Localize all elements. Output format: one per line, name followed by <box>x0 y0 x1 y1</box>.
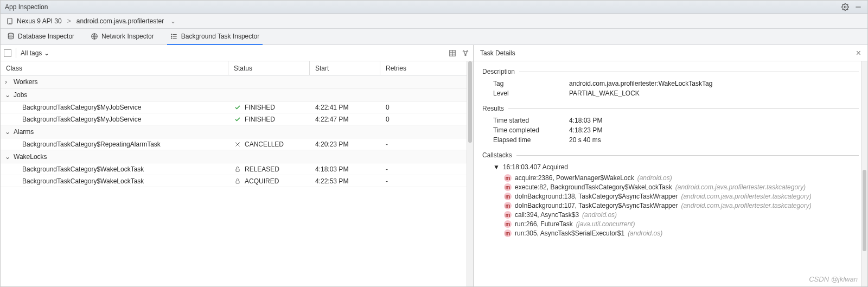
col-header-class[interactable]: Class <box>1 61 228 75</box>
close-icon[interactable]: × <box>856 48 861 58</box>
stack-package: (android.com.java.profilertester.taskcat… <box>681 193 811 200</box>
globe-icon <box>91 33 98 40</box>
tab-label: Database Inspector <box>18 33 74 40</box>
device-name: Nexus 9 API 30 <box>17 17 62 25</box>
stack-signature: run:305, AsyncTask$SerialExecutor$1 <box>515 229 624 237</box>
tags-filter[interactable]: All tags ⌄ <box>21 49 49 57</box>
details-body: Description Tagandroid.com.java.profiler… <box>474 61 867 286</box>
callstack-header[interactable]: ▼ 16:18:03.407 Acquired <box>493 163 859 171</box>
stack-signature: acquire:2386, PowerManager$WakeLock <box>515 174 634 182</box>
scrollbar[interactable] <box>467 61 473 286</box>
scrollbar-thumb[interactable] <box>468 61 472 143</box>
stack-signature: execute:82, BackgroundTaskCategory$WakeL… <box>515 183 672 191</box>
table-row[interactable]: BackgroundTaskCategory$WakeLockTaskACQUI… <box>1 175 473 187</box>
cell-start: 4:18:03 PM <box>310 165 380 173</box>
group-row[interactable]: ⌄WakeLocks <box>1 150 473 163</box>
filter-bar: All tags ⌄ <box>1 45 473 61</box>
cell-start: 4:22:53 PM <box>310 177 380 185</box>
details-header: Task Details × <box>474 45 867 61</box>
minimize-icon[interactable] <box>853 2 863 12</box>
stack-frame[interactable]: mexecute:82, BackgroundTaskCategory$Wake… <box>504 183 859 191</box>
scrollbar[interactable] <box>861 61 867 286</box>
cell-start: 4:22:41 PM <box>310 104 380 111</box>
cell-class: BackgroundTaskCategory$WakeLockTask <box>1 165 228 173</box>
details-pane: Task Details × Description Tagandroid.co… <box>474 45 867 286</box>
tab-network-inspector[interactable]: Network Inspector <box>87 29 157 45</box>
group-name: Workers <box>14 78 37 86</box>
status-icon <box>234 141 241 148</box>
time-completed-value: 4:18:23 PM <box>569 126 602 134</box>
method-badge-icon: m <box>504 183 512 191</box>
stack-signature: call:394, AsyncTask$3 <box>515 211 579 219</box>
time-started-label: Time started <box>493 117 569 124</box>
stack-frame[interactable]: mcall:394, AsyncTask$3 (android.os) <box>504 211 859 219</box>
status-icon <box>234 116 241 123</box>
status-icon <box>234 104 241 111</box>
list-icon <box>170 33 178 40</box>
stop-icon[interactable] <box>4 49 11 57</box>
tab-label: Network Inspector <box>101 33 154 40</box>
col-header-start[interactable]: Start <box>310 61 380 75</box>
chevron-down-icon: ⌄ <box>5 128 10 136</box>
stack-frame[interactable]: mdoInBackground:138, TaskCategory$AsyncT… <box>504 193 859 200</box>
tab-label: Background Task Inspector <box>181 33 260 40</box>
stack-frame[interactable]: macquire:2386, PowerManager$WakeLock (an… <box>504 174 859 182</box>
triangle-down-icon: ▼ <box>493 163 500 171</box>
stack-package: (android.os) <box>582 211 617 219</box>
svg-point-17 <box>467 50 468 52</box>
tasks-pane: All tags ⌄ Class Status Start Retries <box>1 45 474 286</box>
group-name: Alarms <box>14 128 34 136</box>
cell-status: FINISHED <box>228 116 310 123</box>
tab-database-inspector[interactable]: Database Inspector <box>4 29 78 45</box>
stack-package: (java.util.concurrent) <box>576 220 635 228</box>
stack-frame[interactable]: mrun:305, AsyncTask$SerialExecutor$1 (an… <box>504 229 859 237</box>
svg-point-0 <box>844 6 846 8</box>
group-row[interactable]: ›Workers <box>1 75 473 88</box>
section-label: Callstacks <box>482 151 512 159</box>
method-badge-icon: m <box>504 220 512 228</box>
stack-frame[interactable]: mdoInBackground:107, TaskCategory$AsyncT… <box>504 202 859 209</box>
cell-start: 4:20:23 PM <box>310 141 380 148</box>
cell-class: BackgroundTaskCategory$WakeLockTask <box>1 177 228 185</box>
svg-point-16 <box>463 50 464 52</box>
status-text: ACQUIRED <box>245 177 279 185</box>
cell-start: 4:22:47 PM <box>310 116 380 123</box>
tag-value: android.com.java.profilertester:WakeLock… <box>569 80 712 87</box>
tab-background-task-inspector[interactable]: Background Task Inspector <box>167 29 263 45</box>
callstacks-section: Callstacks ▼ 16:18:03.407 Acquired macqu… <box>482 151 859 237</box>
col-header-status[interactable]: Status <box>228 61 310 75</box>
tool-window: App Inspection Nexus 9 API 30 > android.… <box>0 0 868 287</box>
svg-point-18 <box>465 54 466 55</box>
svg-point-11 <box>171 37 172 38</box>
chevron-down-icon: ⌄ <box>5 91 10 99</box>
scrollbar-thumb[interactable] <box>863 170 866 251</box>
svg-point-4 <box>8 33 13 35</box>
table-body: ›Workers⌄JobsBackgroundTaskCategory$MyJo… <box>1 75 473 286</box>
device-process-bar[interactable]: Nexus 9 API 30 > android.com.java.profil… <box>1 14 867 29</box>
stack-package: (android.os) <box>628 229 662 237</box>
group-row[interactable]: ⌄Alarms <box>1 125 473 138</box>
device-icon <box>6 17 14 25</box>
stack-frame[interactable]: mrun:266, FutureTask (java.util.concurre… <box>504 220 859 228</box>
stack-package: (android.com.java.profilertester.taskcat… <box>675 183 806 191</box>
callstack-header-text: 16:18:03.407 Acquired <box>503 163 568 171</box>
gear-icon[interactable] <box>840 2 850 12</box>
col-header-retries[interactable]: Retries <box>380 61 473 75</box>
separator <box>16 48 16 58</box>
group-row[interactable]: ⌄Jobs <box>1 88 473 101</box>
method-badge-icon: m <box>504 174 512 182</box>
status-text: FINISHED <box>245 104 275 111</box>
graph-view-icon[interactable] <box>461 49 470 58</box>
table-row[interactable]: BackgroundTaskCategory$MyJobServiceFINIS… <box>1 113 473 125</box>
cell-retries: 0 <box>380 104 473 111</box>
table-row[interactable]: BackgroundTaskCategory$MyJobServiceFINIS… <box>1 101 473 113</box>
table-row[interactable]: BackgroundTaskCategory$RepeatingAlarmTas… <box>1 138 473 150</box>
elapsed-label: Elapsed time <box>493 136 569 144</box>
cell-retries: - <box>380 141 473 148</box>
section-label: Results <box>482 105 504 112</box>
svg-point-9 <box>171 34 172 34</box>
table-view-icon[interactable] <box>448 49 457 58</box>
status-icon <box>234 177 241 185</box>
svg-rect-22 <box>236 181 239 183</box>
table-row[interactable]: BackgroundTaskCategory$WakeLockTaskRELEA… <box>1 163 473 175</box>
